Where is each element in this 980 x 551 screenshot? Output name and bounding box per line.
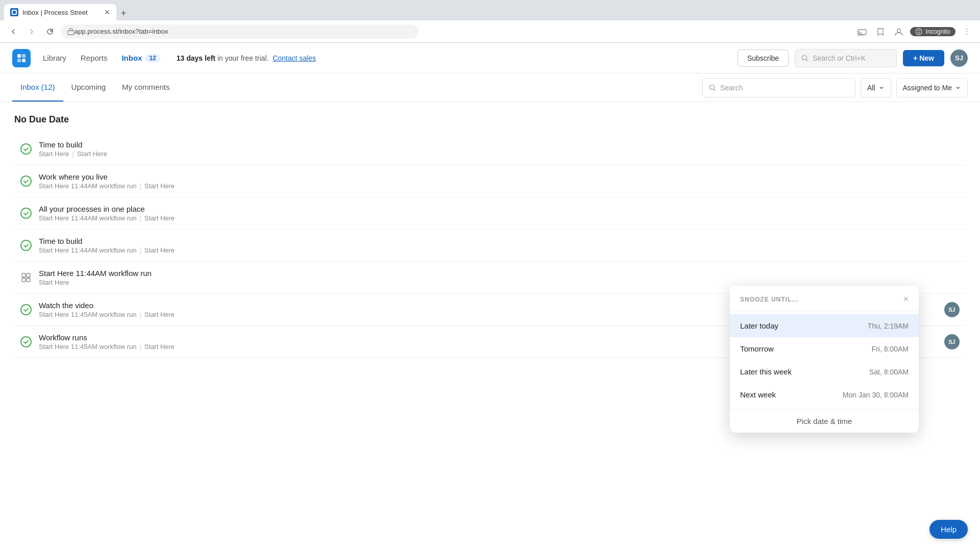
item-avatar: SJ bbox=[944, 302, 960, 317]
url-field[interactable]: app.process.st/inbox?tab=inbox bbox=[61, 24, 419, 39]
item-title: Start Here 11:44AM workflow run bbox=[39, 269, 960, 278]
filter-assigned-dropdown[interactable]: Assigned to Me bbox=[896, 78, 968, 97]
sub-nav: Inbox (12) Upcoming My comments Search A… bbox=[0, 73, 980, 102]
check-icon bbox=[20, 143, 32, 155]
inbox-search[interactable]: Search bbox=[702, 78, 855, 97]
back-button[interactable] bbox=[6, 24, 20, 39]
item-subtitle: Start Here 11:44AM workflow run | Start … bbox=[39, 182, 960, 190]
snooze-item[interactable]: Next week Mon Jan 30, 8:00AM bbox=[730, 383, 919, 406]
item-subtitle-part1: Start Here bbox=[39, 150, 69, 158]
svg-rect-17 bbox=[27, 273, 30, 277]
check-icon bbox=[20, 304, 32, 315]
check-icon bbox=[20, 240, 32, 251]
address-bar: app.process.st/inbox?tab=inbox Incognito bbox=[0, 20, 980, 43]
check-icon bbox=[20, 336, 32, 347]
nav-library[interactable]: Library bbox=[43, 54, 66, 62]
inbox-item[interactable]: Time to build Start Here | Start Here bbox=[14, 133, 966, 165]
snooze-item[interactable]: Later today Thu, 2:19AM bbox=[730, 314, 919, 337]
tab-favicon bbox=[10, 8, 18, 16]
tab-comments[interactable]: My comments bbox=[114, 73, 178, 102]
snooze-pick-date[interactable]: Pick date & time bbox=[730, 409, 919, 433]
svg-point-6 bbox=[966, 31, 967, 32]
item-content: Work where you live Start Here 11:44AM w… bbox=[39, 172, 960, 190]
cast-icon[interactable] bbox=[855, 24, 869, 39]
new-tab-button[interactable]: + bbox=[116, 6, 131, 20]
bookmark-icon[interactable] bbox=[873, 24, 888, 39]
snooze-item[interactable]: Later this week Sat, 8:00AM bbox=[730, 360, 919, 383]
inbox-item[interactable]: All your processes in one place Start He… bbox=[14, 197, 966, 230]
incognito-badge: Incognito bbox=[910, 27, 955, 36]
snooze-item-time: Thu, 2:19AM bbox=[868, 322, 909, 330]
item-subtitle: Start Here | Start Here bbox=[39, 150, 960, 158]
filter-all-dropdown[interactable]: All bbox=[861, 78, 891, 97]
subscribe-button[interactable]: Subscribe bbox=[738, 49, 789, 67]
search-placeholder: Search bbox=[720, 84, 743, 92]
menu-icon[interactable] bbox=[960, 24, 974, 39]
snooze-close-button[interactable]: × bbox=[903, 294, 909, 305]
grid-icon bbox=[20, 272, 32, 283]
inbox-item[interactable]: Time to build Start Here 11:44AM workflo… bbox=[14, 230, 966, 262]
svg-rect-11 bbox=[22, 59, 26, 62]
item-subtitle-sep: | bbox=[72, 150, 74, 158]
item-title: Time to build bbox=[39, 140, 960, 149]
snooze-item-label: Later this week bbox=[740, 367, 792, 376]
item-subtitle-part2: Start Here bbox=[144, 311, 175, 318]
svg-point-14 bbox=[709, 85, 714, 89]
item-subtitle-sep: | bbox=[139, 343, 141, 350]
nav-right: Subscribe Search or Ctrl+K + New SJ bbox=[738, 49, 968, 67]
snooze-item-label: Tomorrow bbox=[740, 344, 774, 353]
snooze-item-time: Mon Jan 30, 8:00AM bbox=[843, 391, 909, 399]
tab-title: Inbox | Process Street bbox=[22, 9, 88, 16]
svg-point-3 bbox=[897, 29, 901, 32]
item-subtitle-sep: | bbox=[139, 214, 141, 222]
item-title: Time to build bbox=[39, 237, 960, 245]
svg-rect-18 bbox=[22, 278, 26, 282]
svg-line-15 bbox=[714, 89, 716, 91]
reload-button[interactable] bbox=[43, 24, 57, 39]
snooze-dropdown: SNOOZE UNTIL... × Later today Thu, 2:19A… bbox=[730, 286, 919, 433]
item-subtitle: Start Here bbox=[39, 279, 960, 286]
svg-point-5 bbox=[966, 29, 967, 30]
contact-sales-link[interactable]: Contact sales bbox=[273, 54, 316, 62]
tab-inbox[interactable]: Inbox (12) bbox=[12, 73, 63, 102]
check-icon bbox=[20, 208, 32, 219]
item-subtitle-part2: Start Here bbox=[144, 343, 175, 350]
top-nav: Library Reports Inbox 12 13 days left in… bbox=[0, 43, 980, 73]
forward-button[interactable] bbox=[24, 24, 39, 39]
snooze-item-time: Sat, 8:00AM bbox=[869, 368, 909, 376]
svg-rect-0 bbox=[68, 31, 74, 35]
browser-tab[interactable]: Inbox | Process Street ✕ bbox=[4, 4, 116, 20]
app-logo[interactable] bbox=[12, 49, 31, 67]
svg-point-4 bbox=[916, 29, 922, 35]
inbox-item[interactable]: Work where you live Start Here 11:44AM w… bbox=[14, 165, 966, 197]
item-content: Time to build Start Here | Start Here bbox=[39, 140, 960, 158]
user-avatar[interactable]: SJ bbox=[950, 49, 968, 67]
item-title: Work where you live bbox=[39, 172, 960, 181]
tab-close-button[interactable]: ✕ bbox=[104, 8, 110, 16]
svg-point-2 bbox=[858, 35, 859, 36]
nav-search[interactable]: Search or Ctrl+K bbox=[795, 49, 897, 67]
svg-rect-9 bbox=[22, 54, 26, 58]
help-button[interactable]: Help bbox=[929, 520, 968, 539]
item-content: Time to build Start Here 11:44AM workflo… bbox=[39, 237, 960, 254]
item-subtitle-sep: | bbox=[139, 311, 141, 318]
snooze-item[interactable]: Tomorrow Fri, 8:00AM bbox=[730, 337, 919, 360]
address-actions: Incognito bbox=[855, 24, 974, 39]
nav-inbox[interactable]: Inbox 12 bbox=[121, 54, 160, 62]
item-subtitle-part2: Start Here bbox=[144, 182, 175, 190]
new-button[interactable]: + New bbox=[903, 50, 944, 66]
snooze-item-label: Next week bbox=[740, 390, 776, 399]
item-subtitle: Start Here 11:44AM workflow run | Start … bbox=[39, 214, 960, 222]
inbox-count-badge: 12 bbox=[145, 54, 160, 62]
tab-upcoming[interactable]: Upcoming bbox=[63, 73, 114, 102]
url-text: app.process.st/inbox?tab=inbox bbox=[75, 28, 168, 35]
snooze-item-label: Later today bbox=[740, 321, 778, 330]
item-subtitle-part1: Start Here bbox=[39, 279, 69, 286]
item-content: All your processes in one place Start He… bbox=[39, 205, 960, 222]
nav-reports[interactable]: Reports bbox=[81, 54, 108, 62]
sub-nav-right: Search All Assigned to Me bbox=[702, 78, 968, 97]
profile-icon[interactable] bbox=[892, 24, 906, 39]
item-avatar: SJ bbox=[944, 334, 960, 349]
tab-links: Inbox (12) Upcoming My comments bbox=[12, 73, 178, 102]
svg-point-7 bbox=[966, 34, 967, 35]
